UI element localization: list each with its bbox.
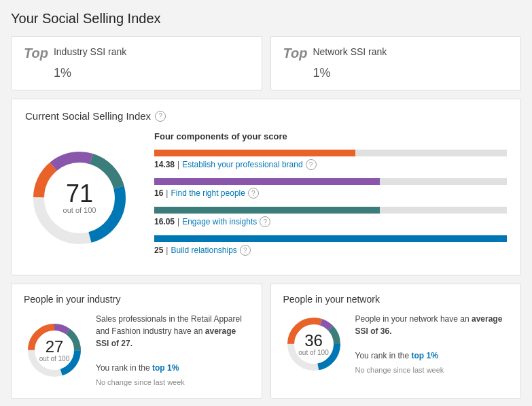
network-top-label: Top (283, 46, 308, 60)
component-insights: 16.05 | Engage with insights ? (154, 207, 507, 227)
rank-cards-row: Top Industry SSI rank 1% Top Network SSI… (11, 36, 521, 90)
main-donut: 71 out of 100 (25, 143, 134, 252)
component-people-track (154, 178, 507, 185)
main-score: 71 (63, 182, 96, 206)
network-people-body: 36 out of 100 People in your network hav… (283, 313, 509, 376)
component-relationships-track (154, 235, 507, 242)
industry-donut-center: 27 out of 100 (39, 339, 69, 362)
network-no-change: No change since last week (355, 365, 509, 376)
bottom-row: People in your industry 27 out of 100 Sa… (11, 284, 521, 399)
industry-people-body: 27 out of 100 Sales professionals in the… (24, 313, 249, 388)
main-donut-center: 71 out of 100 (63, 182, 96, 214)
component-relationships-score: 25 (154, 246, 163, 255)
ssi-body: 71 out of 100 Four components of your sc… (25, 131, 507, 264)
network-rank-highlight: top 1% (411, 351, 438, 360)
component-brand-sep: | (177, 160, 179, 169)
industry-people-title: People in your industry (24, 294, 249, 305)
component-people: 16 | Find the right people ? (154, 178, 507, 199)
network-people-title: People in your network (283, 294, 509, 305)
component-brand: 14.38 | Establish your professional bran… (154, 150, 507, 170)
industry-donut-label: out of 100 (39, 355, 69, 362)
network-rank-title: Network SSI rank (313, 46, 387, 57)
network-people-text: People in your network have an average S… (355, 313, 509, 376)
main-score-label: out of 100 (63, 206, 96, 214)
ssi-title: Current Social Selling Index (25, 110, 151, 122)
industry-people-text: Sales professionals in the Retail Appare… (96, 313, 249, 388)
network-donut-score: 36 (298, 333, 328, 349)
network-desc: People in your network have an (355, 314, 469, 324)
brand-help-icon[interactable]: ? (306, 159, 317, 170)
people-help-icon[interactable]: ? (248, 188, 259, 199)
industry-rank-text: You rank in the (96, 363, 150, 373)
component-people-fill (154, 178, 380, 185)
component-insights-link[interactable]: Engage with insights (182, 217, 257, 226)
industry-donut-score: 27 (39, 339, 69, 355)
network-rank-card: Top Network SSI rank 1% (270, 36, 522, 90)
industry-rank-highlight: top 1% (152, 363, 179, 373)
component-insights-track (154, 207, 507, 214)
network-rank-text: You rank in the (355, 351, 410, 360)
industry-rank-card: Top Industry SSI rank 1% (11, 36, 262, 90)
industry-top-label: Top (24, 46, 48, 60)
ssi-help-icon[interactable]: ? (155, 111, 166, 122)
component-insights-score: 16.05 (154, 217, 175, 226)
component-insights-fill (154, 207, 380, 214)
component-brand-track (154, 150, 507, 156)
industry-no-change: No change since last week (96, 377, 249, 388)
component-brand-fill (154, 150, 355, 156)
component-relationships-link[interactable]: Build relationships (171, 246, 236, 255)
component-relationships-fill (154, 235, 507, 242)
industry-rank-value: 1% (54, 58, 126, 80)
network-donut-center: 36 out of 100 (298, 333, 328, 356)
page-title: Your Social Selling Index (11, 11, 521, 27)
industry-small-donut: 27 out of 100 (24, 320, 85, 381)
network-rank-value: 1% (313, 58, 387, 80)
component-brand-score: 14.38 (154, 160, 175, 169)
component-people-score: 16 (154, 188, 163, 198)
industry-rank-content: Industry SSI rank 1% (54, 46, 126, 80)
component-relationships: 25 | Build relationships ? (154, 235, 507, 256)
current-ssi-card: Current Social Selling Index ? 71 out of… (11, 99, 521, 275)
insights-help-icon[interactable]: ? (260, 216, 270, 227)
component-relationships-sep: | (166, 246, 168, 255)
relationships-help-icon[interactable]: ? (240, 245, 251, 256)
network-people-card: People in your network 36 out of 100 Peo… (270, 284, 522, 399)
component-insights-label: 16.05 | Engage with insights ? (154, 216, 507, 227)
component-people-label: 16 | Find the right people ? (154, 188, 507, 199)
component-insights-sep: | (177, 217, 179, 226)
component-people-link[interactable]: Find the right people (171, 188, 245, 198)
component-people-sep: | (166, 188, 168, 198)
network-donut-label: out of 100 (298, 349, 328, 356)
ssi-header: Current Social Selling Index ? (25, 110, 507, 122)
industry-rank-title: Industry SSI rank (54, 46, 126, 57)
component-brand-label: 14.38 | Establish your professional bran… (154, 159, 507, 170)
network-rank-content: Network SSI rank 1% (313, 46, 387, 80)
industry-people-card: People in your industry 27 out of 100 Sa… (11, 284, 262, 399)
components-title: Four components of your score (154, 131, 507, 141)
component-brand-link[interactable]: Establish your professional brand (182, 160, 302, 169)
network-small-donut: 36 out of 100 (283, 314, 344, 375)
components-section: Four components of your score 14.38 | Es… (154, 131, 507, 264)
component-relationships-label: 25 | Build relationships ? (154, 245, 507, 256)
